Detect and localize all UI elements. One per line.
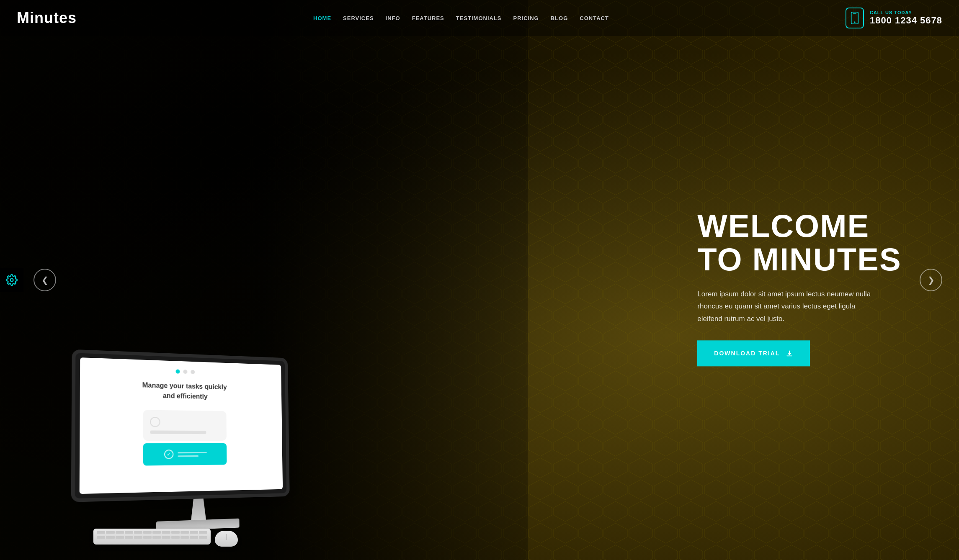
screen-lines [178, 452, 207, 457]
screen-line-1 [178, 452, 207, 453]
phone-icon [850, 12, 859, 24]
logo[interactable]: Minutes [17, 9, 77, 27]
hero-description: Lorem ipsum dolor sit amet ipsum lectus … [697, 288, 882, 325]
mouse [215, 531, 238, 547]
contact-info: CALL US TODAY 1800 1234 5678 [846, 8, 942, 28]
monitor-illustration: Manage your tasks quickly and efficientl… [77, 354, 320, 532]
screen-check-icon: ✓ [164, 450, 173, 459]
call-label: CALL US TODAY [870, 10, 942, 15]
call-number: 1800 1234 5678 [870, 15, 942, 26]
nav-testimonials[interactable]: TESTIMONIALS [456, 15, 502, 21]
download-trial-button[interactable]: DOWNLOAD TRIAL [697, 340, 810, 366]
nav-pricing[interactable]: PRICING [513, 15, 539, 21]
monitor-stand-neck [186, 498, 211, 520]
monitor-body: Manage your tasks quickly and efficientl… [71, 349, 290, 502]
screen-dot-3 [191, 370, 195, 374]
screen-card-icon [150, 417, 160, 427]
svg-point-3 [854, 21, 855, 23]
slider-prev-button[interactable]: ❮ [34, 269, 56, 291]
navbar: Minutes HOME SERVICES INFO FEATURES TEST… [0, 0, 959, 36]
hero-title-line2: TO MINUTES [697, 241, 901, 277]
screen-card-bar [150, 431, 206, 434]
hero-title-line1: WELCOME [697, 208, 869, 244]
keyboard-keys-row2 [93, 536, 211, 541]
monitor-screen: Manage your tasks quickly and efficientl… [80, 357, 283, 494]
call-text: CALL US TODAY 1800 1234 5678 [870, 10, 942, 26]
screen-dot-2 [183, 370, 188, 374]
hero-title: WELCOME TO MINUTES [697, 209, 901, 276]
hero-content: WELCOME TO MINUTES Lorem ipsum dolor sit… [697, 209, 901, 366]
hero-section: Minutes HOME SERVICES INFO FEATURES TEST… [0, 0, 959, 560]
nav-home[interactable]: HOME [313, 15, 331, 21]
monitor-body-wrap: Manage your tasks quickly and efficientl… [71, 349, 312, 535]
chevron-left-icon: ❮ [41, 275, 49, 285]
nav-services[interactable]: SERVICES [343, 15, 374, 21]
monitor-outer: Manage your tasks quickly and efficientl… [77, 354, 320, 529]
nav-contact[interactable]: CONTACT [580, 15, 609, 21]
screen-card [143, 410, 227, 441]
keyboard [93, 529, 211, 545]
nav-features[interactable]: FEATURES [412, 15, 444, 21]
chevron-right-icon: ❯ [928, 275, 935, 285]
download-icon [786, 349, 793, 357]
nav-info[interactable]: INFO [386, 15, 400, 21]
nav-links: HOME SERVICES INFO FEATURES TESTIMONIALS… [313, 14, 609, 22]
slider-next-button[interactable]: ❯ [920, 269, 942, 291]
keyboard-keys [93, 529, 211, 536]
settings-button[interactable] [0, 268, 23, 292]
screen-cta: ✓ [143, 443, 227, 466]
nav-blog[interactable]: BLOG [551, 15, 568, 21]
screen-dots [176, 370, 195, 374]
screen-dot-1 [176, 370, 180, 374]
gear-icon [6, 274, 18, 286]
download-label: DOWNLOAD TRIAL [714, 350, 780, 357]
screen-line-2 [178, 455, 199, 457]
screen-tagline: Manage your tasks quickly and efficientl… [142, 380, 227, 402]
mouse-line [226, 534, 227, 540]
phone-icon-wrap [846, 8, 864, 28]
